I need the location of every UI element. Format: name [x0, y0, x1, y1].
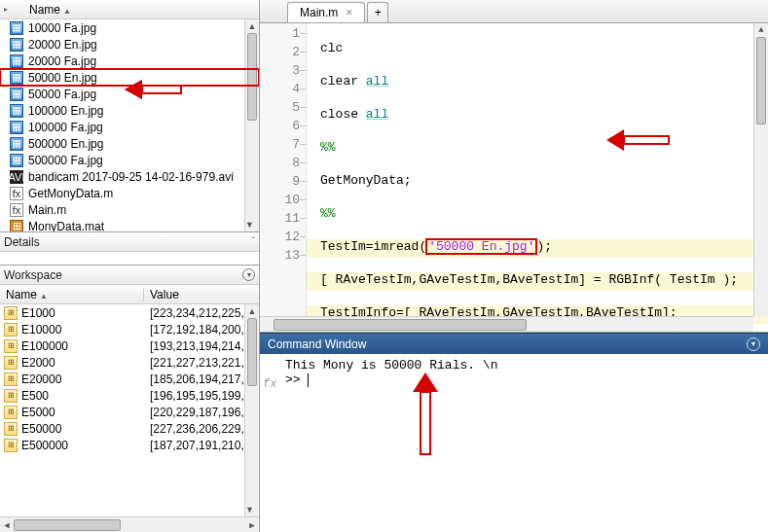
- workspace-hscrollbar[interactable]: ◄ ►: [0, 516, 259, 532]
- file-vscrollbar[interactable]: ▲ ▼: [244, 19, 259, 231]
- scroll-thumb[interactable]: [274, 319, 527, 331]
- folder-chevron-icon[interactable]: ▸: [4, 5, 14, 14]
- folder-header: ▸ Name▲: [0, 0, 259, 19]
- file-label: 20000 Fa.jpg: [28, 54, 96, 68]
- avi-file-icon: AVI: [10, 170, 23, 184]
- variable-icon: ⊞: [4, 406, 18, 419]
- workspace-row[interactable]: ⊞E2000[221,227,213,221,203,.: [0, 354, 259, 371]
- scroll-up-icon[interactable]: ▲: [754, 23, 768, 37]
- variable-icon: ⊞: [4, 372, 18, 386]
- workspace-row[interactable]: ⊞E100000[193,213,194,214,165,.: [0, 337, 259, 354]
- details-title: Details: [4, 235, 40, 249]
- img-file-icon: ▦: [10, 121, 23, 134]
- fx-icon[interactable]: fx: [263, 377, 276, 391]
- workspace-col-name[interactable]: Name▲: [0, 288, 144, 301]
- line-number: 3: [260, 63, 306, 82]
- var-value: [172,192,184,200,155,.: [144, 323, 259, 337]
- file-label: Main.m: [28, 203, 66, 217]
- file-row[interactable]: ▦100000 En.jpg: [0, 102, 259, 119]
- command-window-actions-icon[interactable]: ▾: [747, 337, 760, 351]
- var-name: E2000: [21, 356, 55, 370]
- scroll-thumb[interactable]: [756, 37, 766, 124]
- line-number: 13: [260, 248, 306, 266]
- workspace-row[interactable]: ⊞E20000[185,206,194,217,213,.: [0, 371, 259, 387]
- scroll-down-icon[interactable]: ▼: [245, 218, 254, 231]
- scroll-down-icon[interactable]: ▼: [245, 503, 254, 516]
- workspace-actions-icon[interactable]: ▾: [242, 268, 255, 281]
- editor-vscrollbar[interactable]: ▲: [753, 23, 768, 316]
- imread-filename: '50000 En.jpg': [426, 239, 536, 254]
- workspace-row[interactable]: ⊞E5000[220,229,187,196,170,.: [0, 404, 259, 420]
- img-file-icon: ▦: [10, 71, 23, 85]
- file-row[interactable]: ▦50000 Fa.jpg: [0, 86, 259, 102]
- workspace-header[interactable]: Workspace ▾: [0, 266, 259, 285]
- var-value: [227,236,206,229,164,.: [144, 422, 259, 436]
- var-value: [223,234,212,225,199,.: [144, 306, 259, 320]
- file-row[interactable]: ▦100000 Fa.jpg: [0, 119, 259, 135]
- workspace-row[interactable]: ⊞E1000[223,234,212,225,199,.: [0, 304, 259, 321]
- file-row[interactable]: ⊞MonyData.mat: [0, 218, 259, 232]
- m-file-icon: fx: [10, 203, 23, 217]
- command-window[interactable]: This Mony is 50000 Rials. \n fx >>: [260, 354, 768, 532]
- file-label: 50000 Fa.jpg: [28, 88, 96, 101]
- file-row[interactable]: ▦20000 Fa.jpg: [0, 53, 259, 69]
- close-tab-icon[interactable]: ×: [346, 6, 352, 19]
- var-value: [187,207,191,210,168,.: [144, 439, 259, 452]
- file-label: 500000 En.jpg: [28, 137, 103, 151]
- var-value: [185,206,194,217,213,.: [144, 372, 259, 386]
- command-window-header[interactable]: Command Window ▾: [260, 333, 768, 354]
- code-editor[interactable]: 12345678910111213 clc clear all close al…: [260, 23, 768, 333]
- workspace-row[interactable]: ⊞E500[196,195,195,199,180,.: [0, 387, 259, 404]
- file-row[interactable]: AVIbandicam 2017-09-25 14-02-16-979.avi: [0, 168, 259, 185]
- details-header[interactable]: Details ˇ: [0, 232, 259, 252]
- code-area[interactable]: clc clear all close all %% GetMonyData; …: [307, 23, 768, 332]
- line-number: 6: [260, 119, 306, 137]
- workspace-row[interactable]: ⊞E50000[227,236,206,229,164,.: [0, 420, 259, 437]
- command-prompt[interactable]: >>: [266, 372, 762, 387]
- details-collapse-icon[interactable]: ˇ: [252, 236, 255, 247]
- file-label: 20000 En.jpg: [28, 38, 97, 52]
- scroll-thumb[interactable]: [247, 318, 257, 386]
- workspace-col-value[interactable]: Value: [144, 288, 259, 301]
- scroll-right-icon[interactable]: ►: [245, 517, 259, 532]
- file-label: 50000 En.jpg: [28, 71, 97, 85]
- variable-icon: ⊞: [4, 356, 18, 370]
- scroll-thumb[interactable]: [14, 519, 121, 531]
- m-file-icon: fx: [10, 187, 23, 200]
- new-tab-button[interactable]: +: [367, 2, 388, 22]
- workspace-vscrollbar[interactable]: ▲ ▼: [244, 304, 259, 516]
- line-number: 9: [260, 174, 306, 193]
- var-name: E20000: [21, 372, 61, 386]
- var-name: E500: [21, 389, 49, 403]
- editor-hscrollbar[interactable]: [260, 316, 753, 332]
- scroll-left-icon[interactable]: ◄: [0, 517, 14, 532]
- workspace-row[interactable]: ⊞E10000[172,192,184,200,155,.: [0, 321, 259, 337]
- var-name: E50000: [21, 422, 61, 436]
- workspace-columns: Name▲ Value: [0, 285, 259, 304]
- file-row[interactable]: ▦50000 En.jpg: [0, 69, 259, 86]
- line-number: 2: [260, 45, 306, 63]
- folder-col-name[interactable]: Name▲: [14, 3, 255, 17]
- workspace-row[interactable]: ⊞E500000[187,207,191,210,168,.: [0, 437, 259, 453]
- file-row[interactable]: ▦500000 En.jpg: [0, 135, 259, 152]
- scroll-up-icon[interactable]: ▲: [245, 304, 259, 318]
- file-row[interactable]: ▦10000 Fa.jpg: [0, 19, 259, 36]
- file-row[interactable]: fxMain.m: [0, 201, 259, 218]
- file-list: ▦10000 Fa.jpg▦20000 En.jpg▦20000 Fa.jpg▦…: [0, 19, 259, 232]
- file-label: MonyData.mat: [28, 220, 104, 233]
- var-name: E5000: [21, 406, 55, 419]
- file-label: 100000 Fa.jpg: [28, 121, 103, 134]
- img-file-icon: ▦: [10, 38, 23, 52]
- file-row[interactable]: ▦20000 En.jpg: [0, 36, 259, 53]
- line-gutter: 12345678910111213: [260, 23, 307, 332]
- file-row[interactable]: ▦500000 Fa.jpg: [0, 152, 259, 168]
- scroll-up-icon[interactable]: ▲: [245, 19, 259, 33]
- file-row[interactable]: fxGetMonyData.m: [0, 185, 259, 201]
- line-number: 12: [260, 230, 306, 248]
- line-number: 11: [260, 211, 306, 230]
- tab-main[interactable]: Main.m ×: [287, 2, 365, 22]
- file-label: bandicam 2017-09-25 14-02-16-979.avi: [28, 170, 234, 184]
- line-number: 7: [260, 137, 306, 156]
- var-value: [221,227,213,221,203,.: [144, 356, 259, 370]
- var-value: [196,195,195,199,180,.: [144, 389, 259, 403]
